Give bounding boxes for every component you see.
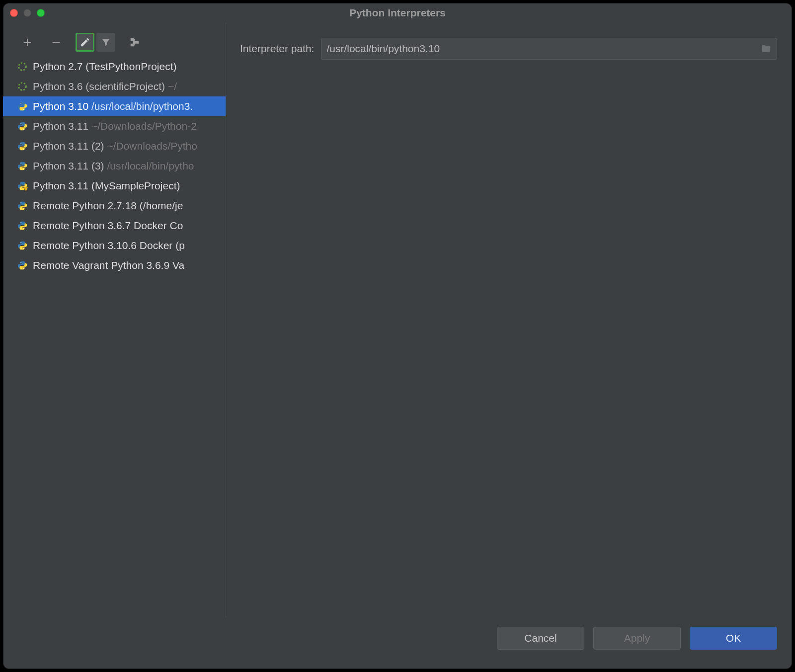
python-venv-icon (17, 180, 28, 191)
svg-point-16 (20, 242, 21, 243)
loading-ring-icon (17, 61, 28, 72)
svg-point-4 (23, 109, 24, 110)
interpreter-path-label: Interpreter path: (240, 43, 314, 55)
svg-point-3 (20, 103, 21, 104)
interpreter-label: Python 3.11 ~/Downloads/Python-2 (33, 120, 197, 132)
interpreter-path-field[interactable]: /usr/local/bin/python3.10 (321, 38, 777, 60)
interpreter-list-item[interactable]: Python 3.11 (3) /usr/local/bin/pytho (3, 156, 226, 176)
interpreter-list-item[interactable]: Python 3.11 (2) ~/Downloads/Pytho (3, 136, 226, 156)
interpreter-list-item[interactable]: Python 3.6 (scientificProject) ~/ (3, 77, 226, 96)
dialog-body: Python 2.7 (TestPythonProject)Python 3.6… (3, 23, 792, 617)
plus-icon (22, 37, 33, 48)
interpreter-sidebar: Python 2.7 (TestPythonProject)Python 3.6… (3, 23, 226, 617)
python-icon (17, 260, 28, 271)
pencil-icon (80, 37, 90, 48)
sidebar-toolbar (3, 33, 226, 57)
interpreter-list-item[interactable]: Remote Python 3.10.6 Docker (p (3, 236, 226, 255)
apply-button[interactable]: Apply (593, 627, 681, 650)
browse-folder-icon[interactable] (761, 43, 772, 54)
tree-icon (129, 37, 140, 48)
interpreter-list-item[interactable]: Python 3.10 /usr/local/bin/python3. (3, 96, 226, 116)
svg-point-2 (19, 83, 26, 90)
remove-interpreter-button[interactable] (47, 33, 66, 52)
python-icon (17, 121, 28, 132)
svg-point-17 (23, 248, 24, 249)
interpreter-list[interactable]: Python 2.7 (TestPythonProject)Python 3.6… (3, 57, 226, 275)
interpreter-label: Remote Python 3.6.7 Docker Co (33, 220, 183, 232)
interpreter-list-item[interactable]: Python 3.11 ~/Downloads/Python-2 (3, 116, 226, 136)
svg-marker-11 (24, 187, 28, 191)
interpreter-label: Python 3.11 (3) /usr/local/bin/pytho (33, 160, 194, 172)
interpreter-path-value: /usr/local/bin/python3.10 (326, 43, 761, 55)
cancel-button[interactable]: Cancel (497, 627, 584, 650)
python-icon (17, 240, 28, 251)
zoom-window-button[interactable] (37, 9, 45, 17)
window-controls (10, 9, 45, 17)
svg-rect-0 (53, 42, 60, 43)
svg-point-14 (20, 222, 21, 223)
close-window-button[interactable] (10, 9, 18, 17)
svg-point-9 (20, 163, 21, 164)
svg-point-13 (23, 208, 24, 209)
dialog-footer: Cancel Apply OK (3, 617, 792, 669)
svg-point-15 (23, 228, 24, 229)
dialog-window: Python Interpreters (3, 3, 792, 669)
interpreter-label: Remote Python 2.7.18 (/home/je (33, 200, 183, 212)
filter-interpreters-button[interactable] (96, 33, 115, 52)
svg-point-12 (20, 202, 21, 203)
interpreter-list-item[interactable]: Remote Python 3.6.7 Docker Co (3, 216, 226, 236)
interpreter-list-item[interactable]: Python 2.7 (TestPythonProject) (3, 57, 226, 77)
interpreter-list-item[interactable]: Remote Vagrant Python 3.6.9 Va (3, 255, 226, 275)
svg-point-18 (20, 262, 21, 263)
interpreter-list-item[interactable]: Remote Python 2.7.18 (/home/je (3, 196, 226, 216)
svg-point-7 (20, 143, 21, 144)
svg-point-1 (19, 63, 26, 71)
show-paths-button[interactable] (125, 33, 144, 52)
python-icon (17, 141, 28, 152)
interpreter-label: Remote Python 3.10.6 Docker (p (33, 240, 185, 252)
ok-button[interactable]: OK (690, 627, 777, 650)
svg-point-10 (23, 168, 24, 169)
titlebar: Python Interpreters (3, 3, 792, 23)
interpreter-label: Python 3.10 /usr/local/bin/python3. (33, 100, 193, 112)
minus-icon (51, 37, 62, 48)
interpreter-label: Remote Vagrant Python 3.6.9 Va (33, 259, 184, 271)
interpreter-label: Python 3.11 (2) ~/Downloads/Pytho (33, 140, 197, 152)
python-icon (17, 200, 28, 211)
detail-panel: Interpreter path: /usr/local/bin/python3… (226, 23, 792, 617)
loading-ring-icon (17, 81, 28, 92)
interpreter-label: Python 3.11 (MySampleProject) (33, 180, 180, 192)
interpreter-list-item[interactable]: Python 3.11 (MySampleProject) (3, 176, 226, 196)
python-icon (17, 220, 28, 231)
filter-icon (100, 37, 111, 48)
svg-point-5 (20, 123, 21, 124)
interpreter-path-row: Interpreter path: /usr/local/bin/python3… (240, 38, 777, 60)
interpreter-label: Python 2.7 (TestPythonProject) (33, 61, 176, 73)
minimize-window-button[interactable] (23, 9, 31, 17)
svg-point-19 (23, 268, 24, 269)
python-icon (17, 161, 28, 171)
edit-interpreter-button[interactable] (76, 33, 94, 52)
interpreter-label: Python 3.6 (scientificProject) ~/ (33, 81, 177, 92)
svg-point-6 (23, 129, 24, 130)
window-title: Python Interpreters (3, 7, 792, 19)
python-icon (17, 101, 28, 112)
svg-point-8 (23, 149, 24, 150)
add-interpreter-button[interactable] (18, 33, 37, 52)
